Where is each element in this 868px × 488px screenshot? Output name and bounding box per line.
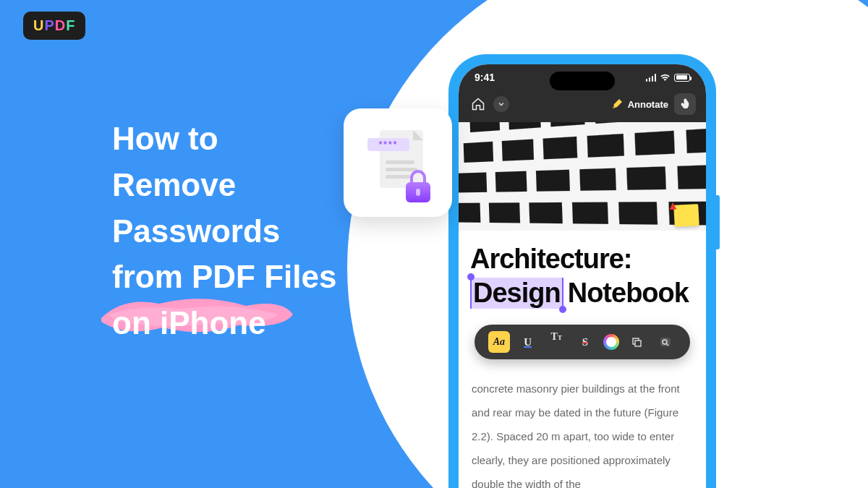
phone-screen: 9:41 Annotate	[459, 64, 706, 488]
status-time: 9:41	[475, 72, 495, 83]
strikethrough-button[interactable]: S	[574, 331, 596, 353]
heading-line-5: on iPhone	[112, 300, 337, 346]
signal-icon	[646, 74, 657, 82]
color-picker-button[interactable]	[603, 334, 619, 350]
heading-line-2: Remove	[112, 162, 337, 208]
document-header-image	[459, 122, 706, 231]
logo-letter-d: D	[55, 17, 66, 33]
battery-icon	[674, 74, 690, 82]
home-icon[interactable]	[469, 95, 488, 114]
text-style-button[interactable]: Aa	[488, 331, 510, 353]
iphone-mockup: 9:41 Annotate	[448, 54, 716, 488]
wifi-icon	[660, 74, 671, 82]
logo-letter-f: F	[66, 17, 75, 33]
font-size-button[interactable]: TT	[545, 331, 567, 353]
search-button[interactable]	[655, 331, 676, 353]
sticky-note-icon[interactable]	[673, 204, 699, 227]
copy-button[interactable]	[626, 331, 647, 353]
logo-letter-p: P	[44, 17, 54, 33]
password-lock-card: ****	[344, 108, 452, 217]
svg-rect-2	[660, 338, 671, 346]
document-paragraph: concrete masonry pier buildings at the f…	[470, 377, 694, 488]
document-title-line2: DesignNotebook	[470, 278, 694, 309]
touch-mode-icon[interactable]	[674, 93, 696, 115]
logo-letter-u: U	[33, 17, 44, 33]
lock-icon	[406, 182, 430, 202]
format-toolbar: Aa U TT S	[475, 325, 690, 359]
app-toolbar: Annotate	[459, 87, 706, 122]
selected-text[interactable]: Design	[470, 278, 563, 309]
heading-line-3: Passwords	[112, 208, 337, 254]
password-strip: ****	[367, 138, 409, 151]
underline-button[interactable]: U	[517, 331, 539, 353]
document-title-rest: Notebook	[568, 278, 689, 308]
page-heading: How to Remove Passwords from PDF Files o…	[112, 116, 337, 346]
document-title-line1: Architecture:	[470, 244, 694, 275]
dynamic-island	[550, 72, 615, 90]
document-body: Architecture: DesignNotebook Aa U TT S c…	[459, 231, 706, 488]
annotate-button[interactable]: Annotate	[610, 98, 668, 111]
dropdown-icon[interactable]	[493, 96, 509, 112]
heading-line-4: from PDF Files	[112, 254, 337, 300]
heading-line-1: How to	[112, 116, 337, 162]
pen-icon	[610, 98, 624, 111]
annotate-label: Annotate	[628, 99, 668, 110]
phone-side-button	[716, 195, 720, 249]
status-bar: 9:41	[459, 64, 706, 87]
updf-logo: UPDF	[23, 12, 85, 40]
svg-rect-1	[635, 341, 641, 346]
